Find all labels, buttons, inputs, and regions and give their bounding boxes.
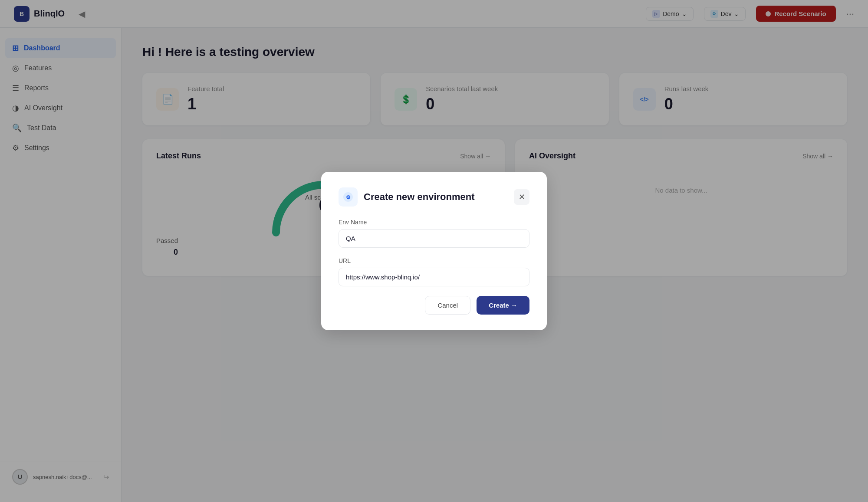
- env-name-label: Env Name: [339, 219, 529, 226]
- create-environment-modal: ⚙ Create new environment ✕ Env Name URL …: [321, 172, 547, 330]
- svg-text:⚙: ⚙: [346, 194, 351, 200]
- url-label: URL: [339, 257, 529, 264]
- modal-actions: Cancel Create →: [339, 296, 529, 315]
- url-group: URL: [339, 257, 529, 286]
- modal-header: ⚙ Create new environment ✕: [339, 187, 529, 207]
- create-button[interactable]: Create →: [477, 296, 529, 315]
- url-input[interactable]: [339, 268, 529, 286]
- env-name-input[interactable]: [339, 229, 529, 248]
- modal-close-button[interactable]: ✕: [514, 189, 529, 205]
- cancel-button[interactable]: Cancel: [425, 296, 470, 315]
- modal-brand-icon: ⚙: [342, 191, 354, 203]
- env-name-group: Env Name: [339, 219, 529, 248]
- modal-overlay: ⚙ Create new environment ✕ Env Name URL …: [0, 0, 868, 502]
- modal-logo-icon: ⚙: [339, 187, 358, 207]
- modal-title: Create new environment: [364, 191, 508, 203]
